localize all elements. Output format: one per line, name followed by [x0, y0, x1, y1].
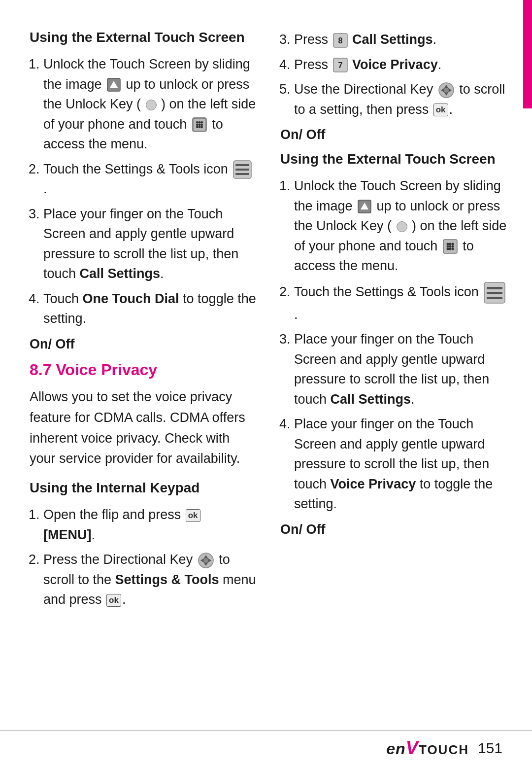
svg-point-40	[451, 245, 454, 248]
svg-point-37	[451, 243, 454, 245]
left-external-list: Unlock the Touch Screen by sliding the i…	[43, 54, 257, 329]
svg-point-38	[446, 245, 449, 248]
content-area: Using the External Touch Screen Unlock t…	[0, 0, 532, 657]
svg-rect-45	[487, 287, 502, 289]
list-item: Touch One Touch Dial to toggle the setti…	[43, 289, 257, 329]
menu-grid-icon-r	[443, 239, 458, 254]
call-settings-r2-bold: Call Settings	[331, 392, 411, 407]
on-off-label-right2: On/ Off	[280, 522, 507, 537]
svg-point-36	[449, 243, 451, 245]
arrow-up-icon-r	[358, 200, 371, 213]
on-off-label: On/ Off	[30, 337, 257, 352]
brand-en: en	[386, 740, 405, 758]
svg-text:7: 7	[338, 61, 342, 70]
svg-point-31	[444, 88, 449, 93]
svg-point-39	[449, 245, 451, 248]
list-item: Press 7 Voice Privacy.	[294, 55, 507, 75]
num7-icon: 7	[333, 58, 348, 72]
svg-rect-15	[235, 173, 249, 175]
brand-touch: TOUCH	[419, 742, 469, 757]
directional-key-icon	[198, 553, 214, 568]
internal-keypad-section: Using the Internal Keypad Open the flip …	[30, 480, 257, 610]
settings-icon	[233, 160, 252, 179]
svg-point-6	[196, 124, 199, 126]
list-item: Open the flip and press ok [MENU].	[43, 505, 257, 545]
svg-point-42	[449, 248, 451, 250]
svg-point-21	[203, 558, 208, 563]
voice-privacy-section: 8.7 Voice Privacy Allows you to set the …	[30, 361, 257, 469]
menu-bold: [MENU]	[43, 527, 91, 542]
right-external-list: Unlock the Touch Screen by sliding the i…	[294, 176, 507, 514]
left-external-heading: Using the External Touch Screen	[30, 30, 257, 45]
arrow-up-icon	[107, 78, 121, 92]
list-item: Place your finger on the Touch Screen an…	[43, 204, 257, 284]
list-item: Unlock the Touch Screen by sliding the i…	[294, 176, 507, 276]
svg-rect-46	[487, 292, 502, 294]
on-off-label-right1: On/ Off	[280, 127, 507, 142]
svg-rect-13	[235, 164, 249, 166]
settings-icon-lg	[484, 282, 505, 304]
list-item: Press the Directional Key to scroll to t…	[43, 550, 257, 610]
voice-privacy-r2-bold: Voice Privacy	[331, 477, 416, 491]
call-settings-bold: Call Settings	[80, 266, 161, 281]
svg-point-43	[451, 248, 454, 250]
right-column: Press 8 Call Settings. Press 7 Voice Pri…	[280, 30, 507, 618]
list-item: Unlock the Touch Screen by sliding the i…	[43, 54, 257, 154]
call-settings-right-bold: Call Settings	[352, 32, 433, 47]
ok-icon-r: ok	[433, 104, 448, 116]
right-external-touchscreen-section: Using the External Touch Screen Unlock t…	[280, 151, 507, 537]
left-external-touchscreen-section: Using the External Touch Screen Unlock t…	[30, 30, 257, 352]
right-external-heading: Using the External Touch Screen	[280, 151, 507, 167]
list-item: Touch the Settings & Tools icon .	[43, 159, 257, 199]
unlock-key-icon-r	[397, 221, 407, 232]
svg-rect-47	[487, 297, 502, 299]
voice-privacy-heading: 8.7 Voice Privacy	[30, 361, 257, 379]
menu-grid-icon	[192, 117, 207, 132]
one-touch-dial-bold: One Touch Dial	[83, 291, 179, 306]
svg-rect-14	[235, 169, 249, 171]
list-item: Use the Directional Key to scroll to a s…	[294, 79, 507, 119]
accent-bar	[523, 0, 532, 108]
footer: enVTOUCH 151	[0, 730, 532, 765]
svg-point-5	[200, 121, 203, 124]
left-column: Using the External Touch Screen Unlock t…	[30, 30, 257, 618]
svg-point-10	[198, 126, 200, 129]
page-number: 151	[478, 740, 502, 757]
unlock-key-icon	[146, 100, 157, 110]
internal-keypad-list: Open the flip and press ok [MENU]. Press…	[43, 505, 257, 610]
page-container: Using the External Touch Screen Unlock t…	[0, 0, 532, 765]
ok-icon-2: ok	[106, 594, 121, 607]
list-item: Place your finger on the Touch Screen an…	[294, 329, 507, 409]
svg-point-4	[198, 121, 200, 124]
list-item: Press 8 Call Settings.	[294, 30, 507, 50]
brand-v: V	[406, 737, 419, 758]
svg-point-35	[446, 243, 449, 245]
svg-point-41	[446, 248, 449, 250]
right-top-list: Press 8 Call Settings. Press 7 Voice Pri…	[294, 30, 507, 119]
list-item: Place your finger on the Touch Screen an…	[294, 414, 507, 514]
svg-text:8: 8	[338, 36, 342, 45]
svg-point-7	[198, 124, 200, 126]
voice-privacy-para: Allows you to set the voice privacy feat…	[30, 387, 257, 469]
voice-privacy-right-bold: Voice Privacy	[352, 57, 438, 72]
svg-point-9	[196, 126, 199, 129]
svg-point-8	[200, 124, 203, 126]
list-item: Touch the Settings & Tools icon .	[294, 281, 507, 325]
svg-point-3	[196, 121, 199, 124]
directional-key-icon-r	[438, 82, 454, 98]
internal-keypad-heading: Using the Internal Keypad	[30, 480, 257, 496]
settings-tools-bold: Settings & Tools	[115, 572, 219, 587]
num8-icon: 8	[333, 33, 348, 48]
brand-logo: enVTOUCH	[386, 737, 469, 759]
ok-icon: ok	[186, 509, 200, 522]
svg-point-11	[200, 126, 203, 129]
